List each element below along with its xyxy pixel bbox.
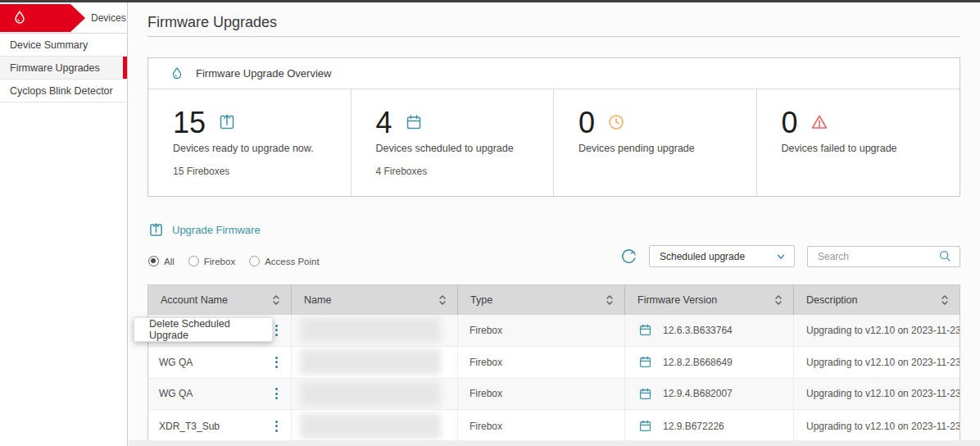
stat-value: 4 — [376, 107, 392, 139]
redacted-device-name — [300, 349, 441, 375]
page-title: Firmware Upgrades — [147, 14, 960, 31]
column-header-name[interactable]: Name — [292, 285, 458, 315]
overview-stats: 15 Devices ready to upgrade now. 15 Fire… — [148, 89, 960, 196]
dropdown-selected-value: Scheduled upgrade — [660, 251, 745, 262]
sidebar-item-label: Cyclops Blink Detector — [10, 85, 113, 97]
search-box — [807, 246, 960, 267]
redacted-device-name — [300, 317, 441, 343]
refresh-button[interactable] — [619, 247, 638, 266]
sidebar-item-label: Firmware Upgrades — [10, 62, 100, 74]
app-window: Devices Device Summary Firmware Upgrades… — [0, 0, 980, 446]
column-header-description[interactable]: Description — [794, 285, 960, 315]
stat-label: Devices scheduled to upgrade — [376, 143, 546, 154]
search-icon[interactable] — [938, 249, 952, 263]
redacted-device-name — [300, 381, 441, 407]
column-header-firmware-version[interactable]: Firmware Version — [625, 285, 794, 315]
stat-pending-upgrade: 0 Devices pending upgrade — [554, 89, 757, 196]
sort-icon[interactable] — [272, 294, 280, 306]
calendar-icon — [637, 418, 653, 434]
radio-access-point[interactable]: Access Point — [249, 256, 319, 266]
search-input[interactable] — [810, 251, 938, 262]
device-type-filter: All Firebox Access Point — [148, 256, 320, 266]
upgrade-description: Upgrading to v12.10 on 2023-11-23 ... — [794, 347, 960, 378]
clock-icon — [606, 112, 626, 132]
calendar-icon — [637, 354, 653, 370]
upgrade-icon — [147, 221, 165, 239]
table-controls: Scheduled upgrade — [619, 245, 960, 267]
sidebar-item-firmware-upgrades[interactable]: Firmware Upgrades — [0, 57, 127, 80]
firmware-version: 12.6.3.B633764 — [663, 325, 733, 336]
calendar-icon — [404, 112, 424, 132]
chevron-down-icon — [776, 252, 786, 262]
table-row: XDR_T3_Sub Firebox 12.9.B672226 Upgradin… — [148, 410, 960, 442]
menu-item-delete-scheduled-upgrade[interactable]: Delete Scheduled Upgrade — [134, 318, 272, 341]
radio-firebox[interactable]: Firebox — [188, 256, 235, 266]
upgrade-description: Upgrading to v12.10 on 2023-11-23 ... — [794, 410, 960, 442]
upgrade-description: Upgrading to v12.10 on 2023-11-23 ... — [794, 315, 960, 346]
stat-scheduled-to-upgrade: 4 Devices scheduled to upgrade 4 Firebox… — [352, 89, 555, 196]
device-type: Firebox — [458, 410, 625, 442]
firmware-upgrade-overview-card: Firmware Upgrade Overview 15 Devices rea… — [147, 57, 960, 197]
stat-value: 0 — [782, 107, 798, 139]
firmware-version: 12.9.B672226 — [663, 421, 724, 432]
account-name: WG QA — [159, 357, 193, 368]
title-divider — [147, 36, 960, 37]
sort-icon[interactable] — [438, 294, 447, 306]
devices-banner — [0, 4, 85, 32]
device-type: Firebox — [458, 347, 625, 378]
sidebar-item-cyclops-blink-detector[interactable]: Cyclops Blink Detector — [0, 80, 127, 102]
account-name: WG QA — [159, 388, 193, 399]
drop-icon — [0, 9, 29, 27]
sort-icon[interactable] — [606, 294, 614, 306]
sidebar-header-label: Devices — [91, 2, 126, 34]
device-type: Firebox — [458, 379, 625, 410]
stat-sub-label: 4 Fireboxes — [376, 166, 546, 177]
row-menu-kebab[interactable] — [271, 353, 282, 371]
upgrade-type-dropdown[interactable]: Scheduled upgrade — [649, 245, 795, 267]
main-content: Firmware Upgrades Firmware Upgrade Overv… — [129, 2, 980, 446]
column-header-type[interactable]: Type — [458, 285, 625, 315]
bottom-strip — [129, 440, 980, 446]
sidebar-nav: Device Summary Firmware Upgrades Cyclops… — [0, 34, 127, 102]
stat-value: 0 — [578, 107, 595, 139]
radio-button — [148, 256, 159, 266]
calendar-icon — [637, 386, 653, 402]
table-header: Account Name Name Type Firmware Version … — [148, 285, 960, 315]
sort-icon[interactable] — [941, 294, 949, 306]
controls-row: All Firebox Access Point — [147, 242, 960, 284]
overview-card-header: Firmware Upgrade Overview — [148, 58, 960, 89]
column-header-account-name[interactable]: Account Name — [148, 285, 292, 315]
radio-all[interactable]: All — [148, 256, 175, 266]
upgrade-firmware-button[interactable]: Upgrade Firmware — [147, 221, 261, 239]
upgrade-description: Upgrading to v12.10 on 2023-11-23 ... — [794, 379, 960, 410]
table-row: WG QA Firebox 12.8.2.B668649 Upgrading t… — [148, 347, 960, 379]
stat-ready-to-upgrade: 15 Devices ready to upgrade now. 15 Fire… — [148, 89, 352, 196]
selected-indicator — [123, 57, 127, 79]
sidebar-item-label: Device Summary — [10, 39, 88, 51]
overview-card-title: Firmware Upgrade Overview — [196, 67, 331, 80]
stat-label: Devices ready to upgrade now. — [173, 143, 343, 154]
sort-icon[interactable] — [774, 294, 783, 306]
row-menu-kebab[interactable] — [271, 417, 282, 435]
table-row: WG QA Firebox 12.9.4.B682007 Upgrading t… — [148, 379, 960, 411]
firmware-version: 12.9.4.B682007 — [663, 388, 733, 399]
row-menu-kebab[interactable] — [271, 385, 282, 403]
radio-button — [188, 256, 199, 266]
stat-sub-label: 15 Fireboxes — [173, 166, 343, 177]
stat-label: Devices failed to upgrade — [782, 143, 952, 154]
row-context-menu: Delete Scheduled Upgrade — [134, 317, 273, 342]
firmware-upgrades-table: Account Name Name Type Firmware Version … — [147, 284, 960, 443]
stat-label: Devices pending upgrade — [578, 143, 748, 154]
account-name: XDR_T3_Sub — [159, 421, 220, 432]
firmware-version: 12.8.2.B668649 — [663, 357, 733, 368]
stat-failed-to-upgrade: 0 Devices failed to upgrade — [757, 89, 960, 196]
calendar-icon — [637, 322, 653, 338]
sidebar-header: Devices — [0, 2, 127, 34]
upgrade-firmware-label: Upgrade Firmware — [172, 224, 261, 236]
upgrade-icon — [217, 112, 237, 132]
stat-value: 15 — [173, 107, 206, 139]
drop-icon — [169, 66, 185, 82]
sidebar-item-device-summary[interactable]: Device Summary — [0, 34, 127, 57]
radio-button — [249, 256, 260, 266]
device-type: Firebox — [458, 315, 625, 346]
